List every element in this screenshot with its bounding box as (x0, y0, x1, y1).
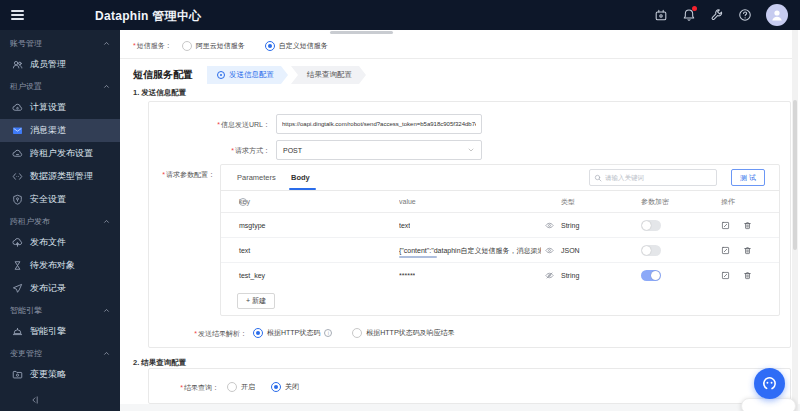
sidebar-group-change-control[interactable]: 变更管控 (0, 343, 120, 363)
sidebar-group-cross-tenant-publish[interactable]: 跨租户发布 (0, 211, 120, 231)
radio-unselected[interactable] (352, 328, 362, 338)
sidebar-item-label: 智能引擎 (30, 325, 66, 338)
dataphin-admin-screen: Dataphin 管理中心 (0, 0, 800, 411)
sms-service-row: *短信服务： 阿里云短信服务 自定义短信服务 (133, 39, 328, 53)
section-title: 短信服务配置 (133, 68, 193, 82)
sidebar-item-security-settings[interactable]: 安全设置 (0, 188, 120, 211)
code-brackets-icon (12, 171, 23, 182)
query-options: 开启 关闭 (227, 382, 299, 392)
params-label: *请求参数配置： (162, 170, 215, 180)
tab-parameters[interactable]: Parameters (237, 165, 276, 191)
search-input[interactable] (605, 174, 712, 181)
radio-selected[interactable] (271, 382, 281, 392)
edit-icon[interactable] (721, 221, 730, 230)
step-send-config[interactable]: 发送信息配置 (207, 66, 288, 84)
radio-label: 开启 (241, 382, 255, 392)
encrypt-toggle-off[interactable] (641, 220, 661, 231)
sidebar-item-pending-objects[interactable]: 待发布对象 (0, 254, 120, 277)
sidebar-item-compute-settings[interactable]: 计算设置 (0, 96, 120, 119)
param-value: {"content":"dataphin自定义短信服务，消息渠道 (399, 238, 541, 263)
col-type: 类型 (561, 191, 575, 213)
sidebar-group-intelligent-engine[interactable]: 智能引擎 (0, 300, 120, 320)
radio-selected[interactable] (253, 328, 263, 338)
step-result-query-config[interactable]: 结果查询配置 (291, 66, 366, 84)
sidebar-group-tenant[interactable]: 租户设置 (0, 76, 120, 96)
announcement-icon[interactable] (654, 8, 668, 22)
user-avatar[interactable] (766, 4, 788, 26)
params-panel: Parameters Body 测 试 key i value 类型 参数加密 … (220, 164, 780, 316)
url-input[interactable] (276, 114, 482, 134)
cloud-settings-icon (12, 148, 23, 159)
notification-badge (692, 6, 697, 11)
radio-label: 自定义短信服务 (279, 41, 328, 51)
sidebar-group-label: 跨租户发布 (10, 216, 50, 227)
send-config-panel: *信息发送URL： *请求方式： POST *请求参数配置： Parameter… (148, 101, 791, 348)
step-label: 发送信息配置 (229, 70, 274, 80)
sidebar-footer (0, 389, 120, 411)
sidebar-item-members[interactable]: 成员管理 (0, 53, 120, 76)
edit-icon[interactable] (721, 271, 730, 280)
eye-icon[interactable] (545, 221, 554, 230)
help-icon[interactable] (738, 8, 752, 22)
sidebar-item-change-policy[interactable]: 变更策略 (0, 363, 120, 386)
eye-icon[interactable] (545, 246, 554, 255)
value-scrollbar-thumb[interactable] (399, 256, 437, 258)
param-type: String (561, 263, 579, 288)
sidebar-item-publish-files[interactable]: 发布文件 (0, 231, 120, 254)
param-key: text (239, 238, 250, 263)
eye-off-icon[interactable] (545, 271, 554, 280)
param-value: ****** (399, 263, 415, 288)
sidebar-group-account[interactable]: 账号管理 (0, 33, 120, 53)
delete-icon[interactable] (743, 221, 752, 230)
sidebar-item-label: 计算设置 (30, 101, 66, 114)
users-icon (12, 59, 23, 70)
menu-icon[interactable] (11, 10, 24, 20)
radio-option-custom-sms[interactable]: 自定义短信服务 (265, 41, 328, 51)
radio-unselected[interactable] (227, 382, 237, 392)
engine-icon (12, 326, 23, 337)
collapse-sidebar-icon[interactable] (30, 395, 40, 405)
sidebar-item-publish-records[interactable]: 发布记录 (0, 277, 120, 300)
query-label: *结果查询： (180, 383, 219, 393)
test-button[interactable]: 测 试 (731, 169, 765, 186)
paper-plane-icon (12, 283, 23, 294)
method-select[interactable]: POST (276, 140, 482, 160)
sidebar-item-datasource-types[interactable]: 数据源类型管理 (0, 165, 120, 188)
radio-option-http-status-and-response[interactable]: 根据HTTP状态码及响应结果 (352, 328, 454, 338)
encrypt-toggle-off[interactable] (641, 245, 661, 256)
cloud-compute-icon (12, 102, 23, 113)
sidebar-item-cross-tenant-publish-settings[interactable]: 跨租户发布设置 (0, 142, 120, 165)
radio-option-http-status[interactable]: 根据HTTP状态码 i (253, 328, 332, 338)
notification-bell-icon[interactable] (682, 8, 696, 22)
info-icon[interactable]: i (324, 329, 332, 337)
floating-widget-card[interactable] (741, 398, 796, 411)
delete-icon[interactable] (743, 271, 752, 280)
new-param-button[interactable]: + 新建 (237, 293, 275, 309)
sidebar-item-intelligent-engine[interactable]: 智能引擎 (0, 320, 120, 343)
customer-service-icon (761, 375, 778, 392)
radio-unselected[interactable] (182, 41, 192, 51)
edit-icon[interactable] (721, 246, 730, 255)
radio-selected[interactable] (265, 41, 275, 51)
delete-icon[interactable] (743, 246, 752, 255)
radio-label: 关闭 (285, 382, 299, 392)
method-value: POST (283, 147, 302, 154)
sidebar-group-label: 租户设置 (10, 81, 42, 92)
sidebar-item-message-channel[interactable]: 消息渠道 (0, 119, 120, 142)
wrench-icon[interactable] (710, 8, 724, 22)
radio-option-aliyun-sms[interactable]: 阿里云短信服务 (182, 41, 245, 51)
topbar-actions (654, 0, 788, 30)
horizontal-scrollbar-thumb[interactable] (330, 31, 393, 34)
radio-option-disable[interactable]: 关闭 (271, 382, 299, 392)
folder-icon (12, 369, 23, 380)
encrypt-toggle-on[interactable] (641, 270, 661, 281)
url-label: *信息发送URL： (217, 120, 270, 130)
topbar: Dataphin 管理中心 (0, 0, 800, 30)
search-icon (594, 174, 602, 182)
sidebar-item-label: 跨租户发布设置 (30, 147, 93, 160)
param-key: test_key (239, 263, 265, 288)
vertical-scrollbar-thumb[interactable] (793, 100, 797, 250)
customer-service-button[interactable] (754, 368, 785, 399)
radio-label: 阿里云短信服务 (196, 41, 245, 51)
radio-option-enable[interactable]: 开启 (227, 382, 255, 392)
